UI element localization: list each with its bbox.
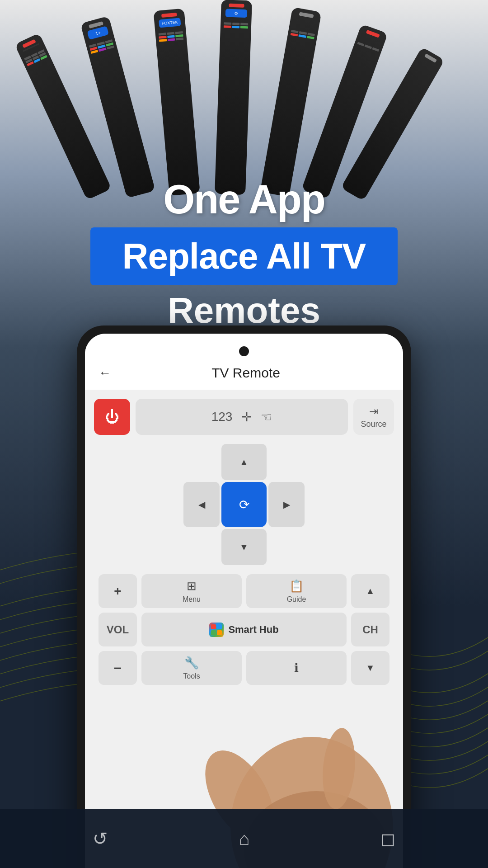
- menu-icon: ⊞: [187, 579, 197, 593]
- vol-text: VOL: [107, 623, 129, 636]
- recent-nav-icon[interactable]: ◻: [380, 828, 395, 849]
- dpad-empty-br: [268, 529, 305, 565]
- channel-up-button[interactable]: ▲: [351, 574, 389, 608]
- right-arrow-icon: ▶: [283, 499, 290, 510]
- hero-text-section: One App Replace All TV Remotes: [0, 176, 488, 331]
- top-controls-row: ⏻ 123 ✛ ☜ ⇥ Source: [94, 399, 394, 435]
- dpad-icon[interactable]: ✛: [241, 410, 252, 425]
- app-title: TV Remote: [120, 365, 371, 381]
- volume-down-button[interactable]: −: [99, 651, 137, 685]
- vol-label: VOL: [99, 613, 137, 646]
- power-button[interactable]: ⏻: [94, 399, 130, 435]
- down-arrow-icon: ▼: [239, 542, 249, 552]
- menu-button[interactable]: ⊞ Menu: [141, 574, 242, 608]
- plus-icon: +: [114, 584, 121, 599]
- dpad-empty-tr: [268, 444, 305, 480]
- camera-hole: [239, 346, 249, 356]
- minus-icon: −: [114, 660, 122, 676]
- source-button[interactable]: ⇥ Source: [353, 399, 394, 435]
- center-icon: ⟳: [239, 497, 249, 512]
- menu-label: Menu: [183, 595, 201, 604]
- bottom-navigation: ↺ ⌂ ◻: [0, 809, 488, 868]
- guide-label: Guide: [287, 595, 306, 604]
- dpad-center-button[interactable]: ⟳: [221, 482, 267, 527]
- dpad-empty-tl: [183, 444, 220, 480]
- blue-banner: Replace All TV: [90, 227, 398, 285]
- dpad-up-button[interactable]: ▲: [221, 444, 267, 480]
- ch-up-icon: ▲: [366, 586, 375, 596]
- left-arrow-icon: ◀: [198, 499, 205, 510]
- source-label: Source: [361, 420, 386, 429]
- power-icon: ⏻: [105, 409, 119, 425]
- remotes-hero-image: 1+ FOXTEK ⚙: [0, 0, 488, 199]
- dpad-container: ▲ ◀ ⟳ ▶: [94, 444, 394, 565]
- dpad-left-button[interactable]: ◀: [183, 482, 220, 527]
- main-headline: One App: [0, 176, 488, 223]
- num-icon[interactable]: 123: [211, 410, 233, 424]
- dpad-right-button[interactable]: ▶: [268, 482, 305, 527]
- touch-icon[interactable]: ☜: [261, 410, 272, 425]
- guide-icon: 📋: [289, 579, 304, 593]
- dpad: ▲ ◀ ⟳ ▶: [183, 444, 305, 565]
- control-group: 123 ✛ ☜: [136, 399, 348, 435]
- home-nav-icon[interactable]: ⌂: [239, 829, 249, 849]
- up-arrow-icon: ▲: [239, 457, 249, 467]
- volume-up-button[interactable]: +: [99, 574, 137, 608]
- dpad-down-button[interactable]: ▼: [221, 529, 267, 565]
- banner-text: Replace All TV: [122, 236, 366, 276]
- source-icon: ⇥: [369, 405, 378, 418]
- back-nav-icon[interactable]: ↺: [93, 828, 108, 849]
- dpad-empty-bl: [183, 529, 220, 565]
- app-header: ← TV Remote: [85, 334, 403, 390]
- phone-mockup: ← TV Remote ⏻ 123 ✛: [77, 326, 411, 868]
- back-button[interactable]: ←: [99, 366, 111, 380]
- guide-button[interactable]: 📋 Guide: [246, 574, 347, 608]
